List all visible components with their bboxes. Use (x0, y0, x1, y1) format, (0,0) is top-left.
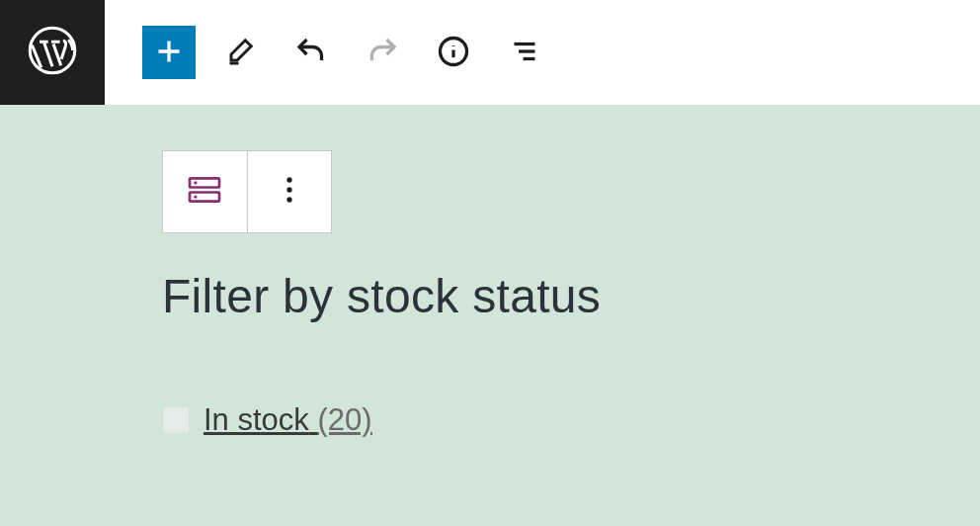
redo-button[interactable] (356, 26, 409, 79)
outline-button[interactable] (498, 26, 551, 79)
block-options-button[interactable] (247, 151, 332, 232)
filter-option-link[interactable]: In stock (20) (204, 402, 372, 438)
add-block-button[interactable] (142, 26, 196, 79)
block-toolbar (162, 150, 332, 233)
pencil-icon (222, 34, 258, 72)
editor-toolbar (105, 0, 551, 105)
undo-button[interactable] (285, 26, 338, 79)
svg-point-7 (286, 187, 291, 192)
editor-canvas: Filter by stock status In stock (20) (0, 105, 980, 526)
editor-topbar (0, 0, 980, 105)
redo-icon (365, 34, 400, 72)
plus-icon (151, 34, 187, 72)
svg-point-5 (194, 195, 197, 198)
svg-point-3 (194, 181, 197, 184)
filter-option-count: (20) (317, 402, 371, 437)
details-button[interactable] (427, 26, 480, 79)
filter-checkbox[interactable] (162, 406, 190, 434)
block-title[interactable]: Filter by stock status (162, 269, 980, 323)
info-icon (436, 34, 471, 72)
tools-button[interactable] (213, 26, 267, 79)
list-outline-icon (507, 34, 542, 72)
svg-point-8 (286, 197, 291, 202)
more-vertical-icon (270, 170, 309, 214)
filter-block-icon (185, 170, 224, 214)
filter-option-row: In stock (20) (162, 402, 980, 438)
svg-point-6 (286, 177, 291, 182)
wordpress-logo-button[interactable] (0, 0, 105, 105)
wordpress-icon (27, 25, 78, 80)
undo-icon (293, 34, 329, 72)
block-type-button[interactable] (163, 151, 247, 232)
filter-option-label: In stock (204, 402, 309, 437)
